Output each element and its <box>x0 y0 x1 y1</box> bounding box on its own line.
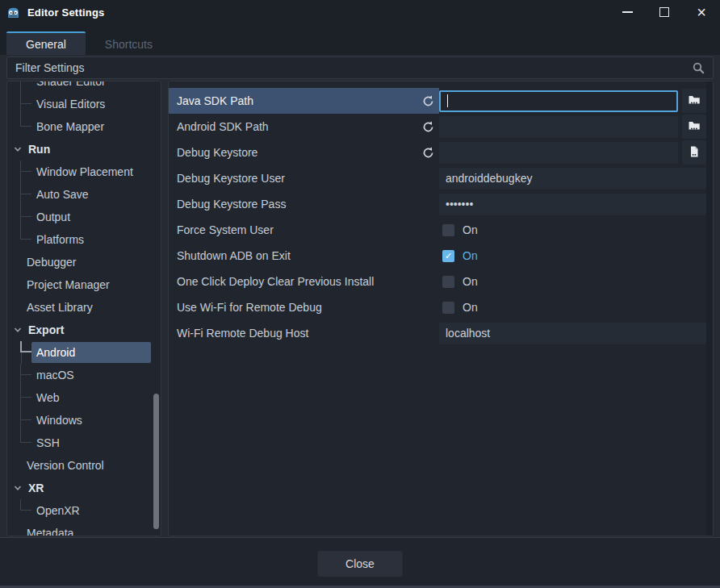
minimize-button[interactable] <box>609 0 646 24</box>
tree-connector <box>20 409 31 420</box>
folder-icon <box>688 119 701 135</box>
sidebar-item-debugger[interactable]: Debugger <box>7 251 161 273</box>
setting-control-cell: localhost <box>439 320 706 346</box>
titlebar: Editor Settings × <box>0 0 720 24</box>
text-input[interactable] <box>439 142 678 164</box>
sidebar-item-version-control[interactable]: Version Control <box>7 454 161 477</box>
sidebar-item-label: Web <box>36 391 60 404</box>
sidebar-item-window-placement[interactable]: Window Placement <box>7 161 161 183</box>
checkbox[interactable]: ✓ <box>442 250 454 262</box>
sidebar-item-platforms[interactable]: Platforms <box>7 228 161 251</box>
sidebar-scrollbar-thumb[interactable] <box>153 394 159 529</box>
sidebar-item-openxr[interactable]: OpenXR <box>7 499 161 522</box>
browse-folder-button[interactable] <box>682 89 706 113</box>
setting-label: Java SDK Path <box>177 94 253 107</box>
input-value: ••••••• <box>446 198 473 211</box>
sidebar-item-xr[interactable]: XR <box>7 477 161 499</box>
settings-scrollbar-track[interactable] <box>706 81 713 536</box>
setting-label: Use Wi-Fi for Remote Debug <box>177 301 322 314</box>
setting-row-force-system-user: Force System UserOn <box>169 217 706 243</box>
checkbox-value-label: On <box>463 301 478 314</box>
setting-label-cell[interactable]: Debug Keystore User <box>169 165 439 191</box>
sidebar-item-project-manager[interactable]: Project Manager <box>7 273 161 296</box>
setting-label: Force System User <box>177 223 274 236</box>
checkbox[interactable] <box>442 276 454 288</box>
sidebar-item-shader-editor[interactable]: Shader Editor <box>7 81 161 93</box>
sidebar-item-run[interactable]: Run <box>7 138 161 161</box>
sidebar-item-asset-library[interactable]: Asset Library <box>7 296 161 319</box>
footer-bar: Close <box>0 537 720 588</box>
setting-control-cell: ••••••• <box>439 191 706 217</box>
setting-label-cell[interactable]: Shutdown ADB on Exit <box>169 243 439 269</box>
checkbox[interactable] <box>442 302 454 314</box>
sidebar-item-bone-mapper[interactable]: Bone Mapper <box>7 115 161 138</box>
filter-settings-input[interactable]: Filter Settings <box>6 56 714 79</box>
setting-label-cell[interactable]: Debug Keystore <box>169 140 439 165</box>
setting-row-one-click-deploy-clear-previous-install: One Click Deploy Clear Previous InstallO… <box>169 269 706 294</box>
sidebar-item-label: Asset Library <box>27 301 93 314</box>
tree-connector <box>20 386 31 398</box>
setting-row-android-sdk-path: Android SDK Path <box>169 114 706 140</box>
sidebar-item-web[interactable]: Web <box>7 386 161 409</box>
tree-connector <box>20 341 31 352</box>
tree-connector <box>20 228 31 240</box>
setting-control-cell: On <box>439 269 706 294</box>
sidebar-item-ssh[interactable]: SSH <box>7 432 161 454</box>
setting-control-cell <box>439 88 706 114</box>
browse-file-button[interactable] <box>682 140 706 165</box>
sidebar-item-label: Windows <box>36 414 82 427</box>
revert-icon[interactable] <box>422 95 434 107</box>
setting-control-cell: ✓On <box>439 243 706 269</box>
sidebar-item-visual-editors[interactable]: Visual Editors <box>7 93 161 115</box>
text-input[interactable]: androiddebugkey <box>439 168 706 190</box>
setting-label-cell[interactable]: Java SDK Path <box>169 88 439 114</box>
setting-label-cell[interactable]: Use Wi-Fi for Remote Debug <box>169 294 439 320</box>
chevron-down-icon[interactable] <box>14 326 22 334</box>
sidebar-item-auto-save[interactable]: Auto Save <box>7 183 161 206</box>
setting-label-cell[interactable]: Force System User <box>169 217 439 243</box>
checkbox-value-label: On <box>463 275 478 288</box>
setting-label-cell[interactable]: Debug Keystore Pass <box>169 191 439 217</box>
close-window-button[interactable]: × <box>683 0 720 24</box>
content-area: Shader EditorVisual EditorsBone MapperRu… <box>0 81 720 537</box>
sidebar-item-macos[interactable]: macOS <box>7 364 161 386</box>
chevron-down-icon[interactable] <box>14 145 22 153</box>
text-input[interactable]: ••••••• <box>439 194 706 215</box>
setting-row-wi-fi-remote-debug-host: Wi-Fi Remote Debug Hostlocalhost <box>169 320 706 346</box>
sidebar-item-label: Bone Mapper <box>36 120 104 133</box>
setting-row-java-sdk-path: Java SDK Path <box>169 88 706 114</box>
revert-icon[interactable] <box>422 147 434 159</box>
tree-connector <box>20 206 31 217</box>
tree-connector <box>20 364 31 375</box>
tree-connector <box>20 183 31 194</box>
chevron-down-icon[interactable] <box>14 484 22 492</box>
setting-label-cell[interactable]: Android SDK Path <box>169 114 439 140</box>
settings-panel: Java SDK PathAndroid SDK PathDebug Keyst… <box>168 81 714 536</box>
revert-icon[interactable] <box>422 121 434 133</box>
sidebar-item-metadata[interactable]: Metadata <box>7 522 161 536</box>
editor-settings-window: Editor Settings × General Shortcuts Filt… <box>0 0 720 588</box>
search-bar-area: Filter Settings <box>0 55 720 81</box>
sidebar-item-label: Shader Editor <box>36 81 106 88</box>
tab-shortcuts[interactable]: Shortcuts <box>86 31 172 55</box>
sidebar-item-label: Visual Editors <box>36 98 105 111</box>
checkbox[interactable] <box>442 224 454 236</box>
maximize-button[interactable] <box>646 0 683 24</box>
sidebar-item-output[interactable]: Output <box>7 206 161 228</box>
tab-general[interactable]: General <box>6 31 86 55</box>
text-input[interactable] <box>439 116 678 138</box>
sidebar-item-label: XR <box>28 482 44 494</box>
setting-label-cell[interactable]: One Click Deploy Clear Previous Install <box>169 269 439 294</box>
sidebar-item-android[interactable]: Android <box>7 341 161 364</box>
sidebar-item-windows[interactable]: Windows <box>7 409 161 432</box>
tree-connector <box>20 432 31 443</box>
sidebar-item-export[interactable]: Export <box>7 319 161 341</box>
text-input[interactable]: localhost <box>439 323 706 344</box>
browse-folder-button[interactable] <box>682 115 706 139</box>
sidebar-item-label: Auto Save <box>36 188 89 201</box>
close-button[interactable]: Close <box>318 551 403 577</box>
setting-label-cell[interactable]: Wi-Fi Remote Debug Host <box>169 320 439 346</box>
minimize-icon <box>622 11 633 13</box>
text-input[interactable] <box>439 90 678 112</box>
setting-label: Wi-Fi Remote Debug Host <box>177 327 308 340</box>
